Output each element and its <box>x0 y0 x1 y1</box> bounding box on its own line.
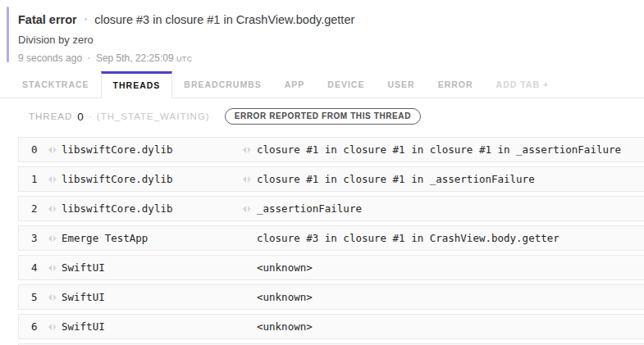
tab-breadcrumbs[interactable]: BREADCRUMBS <box>172 71 272 98</box>
timezone-label: UTC <box>176 55 193 63</box>
dot-separator-icon: • <box>84 15 88 24</box>
tab-user[interactable]: USER <box>376 71 426 98</box>
frame-index: 3 <box>31 232 48 244</box>
frame-module: libswiftCore.dylib <box>62 143 232 156</box>
toggle-symbol-icon <box>242 146 252 154</box>
frame-function: <unknown> <box>257 320 313 333</box>
toggle-symbol-icon <box>242 175 252 184</box>
severity-accent-bar <box>7 7 9 62</box>
crash-title-row: Fatal error•closure #3 in closure #1 in … <box>18 5 644 28</box>
frame-index: 0 <box>31 143 48 156</box>
toggle-symbol-icon <box>48 293 57 302</box>
dot-separator-icon: · <box>89 111 92 122</box>
timestamp: Sep 5th, 22:25:09 <box>96 52 174 64</box>
thread-label: THREAD <box>29 111 72 121</box>
frame-module: Emerge TestApp <box>62 232 232 244</box>
relative-time: 9 seconds ago <box>18 52 82 64</box>
table-row[interactable]: 2 libswiftCore.dylib _assertionFailure <box>18 196 644 221</box>
frame-module: SwiftUI <box>62 320 232 333</box>
thread-number: 0 <box>77 111 84 123</box>
table-row[interactable]: 5 SwiftUI <unknown> <box>18 284 644 310</box>
frame-index: 4 <box>31 261 48 274</box>
frame-function: closure #1 in closure #1 in _assertionFa… <box>257 173 535 185</box>
tab-stacktrace[interactable]: STACKTRACE <box>11 71 101 98</box>
crash-time-row: 9 seconds ago•Sep 5th, 22:25:09 UTC <box>18 52 644 66</box>
error-reported-badge: ERROR REPORTED FROM THIS THREAD <box>225 108 421 125</box>
toggle-symbol-icon <box>242 205 252 213</box>
thread-state-label: (TH_STATE_WAITING) <box>97 111 210 121</box>
crash-message: Division by zero <box>18 33 644 47</box>
table-row[interactable]: 0 libswiftCore.dylib closure #1 in closu… <box>18 137 644 162</box>
crash-title: closure #3 in closure #1 in CrashView.bo… <box>94 13 354 26</box>
thread-info-bar: THREAD 0 · (TH_STATE_WAITING) ERROR REPO… <box>29 107 644 126</box>
crash-header: Fatal error•closure #3 in closure #1 in … <box>18 5 644 66</box>
table-row[interactable]: 6 SwiftUI <unknown> <box>18 314 644 339</box>
frame-index: 2 <box>31 202 48 215</box>
frame-function: closure #1 in closure #1 in closure #1 i… <box>257 143 621 156</box>
frame-index: 5 <box>31 291 48 303</box>
frame-module: libswiftCore.dylib <box>62 202 232 215</box>
crash-detail-page: Fatal error•closure #3 in closure #1 in … <box>0 5 644 345</box>
toggle-symbol-icon <box>48 205 57 213</box>
frame-module: SwiftUI <box>62 261 232 274</box>
tab-error[interactable]: ERROR <box>427 71 485 98</box>
frame-index: 1 <box>31 173 48 185</box>
dot-separator-icon: • <box>88 54 90 61</box>
toggle-symbol-icon <box>48 323 57 331</box>
frame-module: SwiftUI <box>62 291 232 303</box>
tab-app[interactable]: APP <box>273 71 317 98</box>
toggle-symbol-icon <box>48 234 57 243</box>
toggle-symbol-icon <box>48 264 57 272</box>
table-row[interactable]: 3 Emerge TestApp closure #3 in closure #… <box>18 225 644 251</box>
frame-index: 6 <box>31 320 48 333</box>
error-type-label: Fatal error <box>18 13 77 26</box>
table-row[interactable]: 1 libswiftCore.dylib closure #1 in closu… <box>18 166 644 192</box>
frame-function: <unknown> <box>257 291 313 303</box>
tab-add-tab[interactable]: ADD TAB + <box>485 71 561 98</box>
tab-bar: STACKTRACETHREADSBREADCRUMBSAPPDEVICEUSE… <box>0 71 644 98</box>
toggle-symbol-icon <box>48 146 57 154</box>
frame-function: _assertionFailure <box>257 202 362 215</box>
table-row[interactable]: 4 SwiftUI <unknown> <box>18 255 644 280</box>
frame-function: <unknown> <box>257 261 313 274</box>
tab-threads[interactable]: THREADS <box>101 71 173 98</box>
frame-module: libswiftCore.dylib <box>62 173 232 185</box>
frame-function: closure #3 in closure #1 in CrashView.bo… <box>257 232 560 244</box>
tab-device[interactable]: DEVICE <box>316 71 376 98</box>
toggle-symbol-icon <box>48 175 57 184</box>
stack-frame-table: 0 libswiftCore.dylib closure #1 in closu… <box>18 137 644 339</box>
